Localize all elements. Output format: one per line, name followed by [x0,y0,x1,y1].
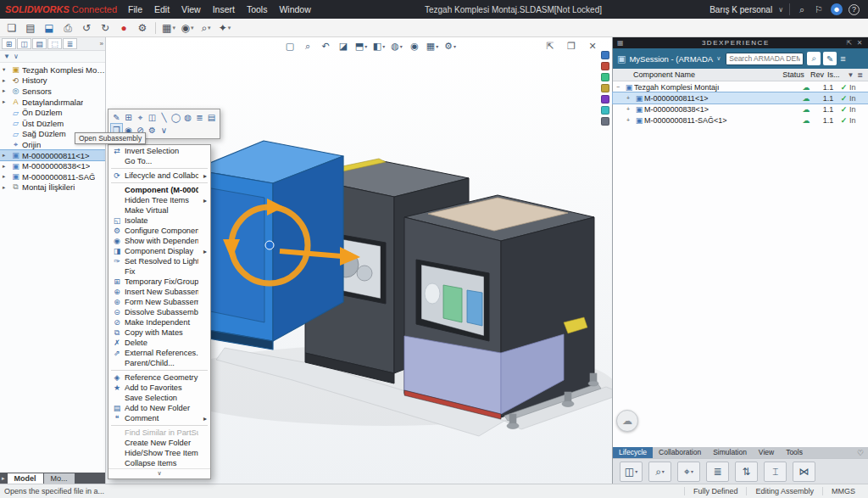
expander-icon[interactable]: ▸ [3,152,9,159]
record-icon[interactable]: ● [115,20,132,36]
M-0000000811<1>[interactable]: + ▣ M-0000000811<1> ☁ 1.1 ✓ In [613,92,868,104]
display-style-icon[interactable]: ▦ [160,20,177,36]
context-menu-item[interactable]: ▤ Add to New Folder [108,403,210,413]
M-0000000811-SAĞ<1>[interactable]: + ▣ M-0000000811-SAĞ<1> ☁ 1.1 ✓ In [613,115,868,126]
options-icon[interactable]: ⚙ [134,20,151,36]
column-is[interactable]: Is... [827,70,846,79]
notifications-icon[interactable]: ⚐ [813,4,825,15]
M-0000000838<1>[interactable]: + ▣ M-0000000838<1> ☁ 1.1 ✓ In [613,104,868,115]
display-style-icon[interactable]: ◧ [371,39,387,53]
context-menu-item[interactable]: Make Virtual [108,205,210,215]
filter-icon[interactable]: ▼ [846,71,855,79]
context-menu-item[interactable]: ⊞ Temporary Fix/Group [108,277,210,287]
context-menu-item[interactable]: ⊝ Dissolve Subassembly [108,307,210,317]
context-menu-item[interactable]: Hidden Tree Items [108,195,210,205]
column-status[interactable]: Status [780,70,807,79]
expander-icon[interactable]: ▸ [3,77,9,84]
app-shortcut-icon-5[interactable] [601,95,609,104]
context-menu-item[interactable]: ⇗ External References... [108,348,210,358]
app-shortcut-icon-4[interactable] [601,84,609,92]
context-menu-item[interactable]: ◈ Reference Geometry Display [108,372,210,383]
context-menu-item[interactable]: Hide/Show Tree Items... [108,448,210,458]
context-menu-item[interactable]: Collapse Items [108,458,210,468]
feature-tree-root[interactable]: ▾ ▣ Tezgah Komplesi Montajı (Tezgah Komp [0,64,105,76]
context-menu-item[interactable]: ◨ Component Display [108,246,210,256]
context-menu-item[interactable]: ⇄ Invert Selection [108,146,210,156]
displaymanager-tab-icon[interactable]: ≣ [63,38,77,49]
Tezgah Komplesi Montajı[interactable]: − ▣ Tezgah Komplesi Montajı ☁ 1.1 ✓ In [613,81,868,92]
context-menu-item[interactable]: ◉ Show with Dependents [108,236,210,246]
help-icon[interactable]: ? [849,4,860,15]
context-menu-item[interactable]: Find Similar in PartSupply [108,428,210,438]
expander-icon[interactable]: ▸ [3,184,9,191]
menu-item[interactable]: Edit [148,0,175,19]
filter-icon[interactable]: ▼ [3,53,10,60]
edit-appearance-icon[interactable]: ◉ [407,39,422,53]
action-tab[interactable]: View [753,447,780,458]
gizmo-center[interactable] [265,241,274,249]
edit-icon[interactable]: ✎ [823,52,837,65]
context-menu-item[interactable]: ❝ Comment [108,413,210,423]
structure-icon[interactable]: ⌶ [764,462,787,482]
context-menu-item[interactable]: ⧉ Copy with Mates [108,327,210,338]
bookmarks-icon[interactable]: ≣ [706,462,729,482]
model-tab[interactable]: Model [8,473,43,484]
menu-item[interactable]: File [122,0,148,19]
context-menu-item[interactable]: ⊕ Insert New Subassembly [108,287,210,297]
search-icon[interactable]: ⌕ [796,4,808,15]
zoom-area-icon[interactable]: ⌕ [300,39,315,53]
zoom-to-fit-icon[interactable]: ▢ [282,39,298,53]
chevron-down-icon[interactable]: ∨ [14,53,19,60]
context-menu-item[interactable]: ◱ Isolate [108,215,210,226]
status-segment[interactable]: Editing Assembly [746,487,822,495]
quick-tools-icon[interactable]: ✦ [216,20,233,36]
expander-icon[interactable]: ▾ [3,66,9,73]
close-panel-icon[interactable]: ✕ [857,39,864,47]
section-view-icon[interactable]: ◪ [336,39,351,53]
view-settings-icon[interactable]: ⚙ [442,39,458,53]
previous-view-icon[interactable]: ↶ [318,39,333,53]
status-segment[interactable]: Fully Defined [684,487,747,495]
row-expander-icon[interactable]: + [626,117,634,123]
context-menu-item[interactable]: Go To... [108,156,210,166]
action-tab[interactable]: Lifecycle [613,447,653,458]
session-dropdown[interactable]: MySession - (ARMADA [629,54,713,64]
edit-assembly-icon[interactable]: ✎ [111,111,122,124]
expander-icon[interactable]: ▸ [3,163,9,170]
bill-of-materials-icon[interactable]: ▤ [206,111,217,124]
featuremanager-tab-icon[interactable]: ⊞ [2,38,16,49]
action-tab[interactable]: Simulation [707,447,753,458]
save-icon[interactable]: ⬓ [41,20,58,36]
circle-icon[interactable]: ◯ [170,111,181,124]
tab-scroll-icon[interactable]: ▸ [2,475,5,482]
open-icon[interactable]: ▤ [22,20,39,36]
chevron-down-icon[interactable]: ∨ [716,55,721,62]
configurationmanager-tab-icon[interactable]: ▤ [32,38,47,49]
tree-item[interactable]: ▸ ◎ Sensors [0,86,105,97]
column-settings-icon[interactable]: ≣ [855,71,865,79]
close-icon[interactable]: ✕ [585,39,600,53]
context-menu-item[interactable]: ✗ Delete [108,338,210,348]
line-icon[interactable]: ╲ [159,111,170,124]
tree-item[interactable]: ▱ Ön Düzlem [0,107,105,118]
menu-item[interactable]: View [175,0,207,19]
context-menu-item[interactable]: ⟳ Lifecycle and Collaboration [108,171,210,181]
restore-icon[interactable]: ❐ [564,39,579,53]
app-shortcut-icon-6[interactable] [601,106,609,115]
tree-item[interactable]: ▸ ▣ M-0000000811-SAĞ [0,171,105,182]
app-shortcut-icon-2[interactable] [601,62,609,70]
menu-item[interactable]: Window [273,0,316,19]
context-menu-item[interactable]: Create New Folder [108,438,210,448]
app-shortcut-icon-7[interactable] [601,117,609,126]
component-pattern-icon[interactable]: ◫ [147,111,158,124]
explore-icon[interactable]: ⌕ [648,462,671,482]
app-shortcut-icon-1[interactable] [601,51,609,59]
more-tabs-icon[interactable]: » [100,40,103,48]
dock-panel-icon[interactable]: ⇱ [847,39,854,47]
tree-item[interactable]: ▸ ⧉ Montaj İlişkileri [0,182,105,193]
dimxpert-tab-icon[interactable]: ⬚ [47,38,62,49]
column-component-name[interactable]: Component Name [616,70,780,79]
undo-icon[interactable]: ↺ [78,20,95,36]
machine-right[interactable] [404,195,594,419]
row-expander-icon[interactable]: + [626,95,634,101]
